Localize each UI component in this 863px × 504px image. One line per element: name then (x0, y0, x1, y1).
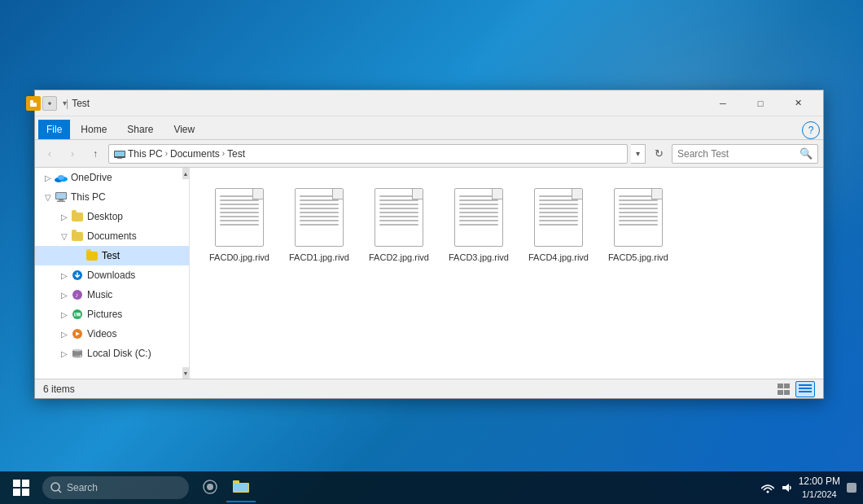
svg-rect-44 (847, 483, 856, 493)
sidebar-label-pictures: Pictures (87, 309, 122, 320)
maximize-button[interactable]: □ (742, 90, 779, 116)
list-view-button[interactable] (774, 381, 794, 397)
refresh-button[interactable]: ↻ (649, 144, 668, 164)
taskbar-search[interactable]: Search (42, 476, 189, 499)
ribbon-tab-bar: File Home Share View ? (35, 116, 823, 139)
sidebar-item-onedrive[interactable]: ▷ OneDrive (35, 168, 189, 187)
path-arrow-1: › (165, 149, 168, 158)
svg-rect-31 (13, 480, 20, 487)
up-button[interactable]: ↑ (85, 144, 105, 164)
sidebar-scroll-up[interactable]: ▲ (182, 168, 189, 179)
svg-rect-4 (117, 158, 122, 159)
tab-view[interactable]: View (164, 120, 204, 139)
expand-onedrive[interactable]: ▷ (42, 171, 55, 184)
svg-point-35 (51, 483, 59, 491)
quick-access-btn-2[interactable] (42, 96, 57, 111)
taskbar-item-explorer[interactable] (226, 473, 256, 502)
expand-thispc[interactable]: ▽ (42, 191, 55, 204)
search-input[interactable] (677, 148, 799, 160)
expand-pictures[interactable]: ▷ (58, 308, 71, 321)
sidebar-item-localdisk[interactable]: ▷ Local Disk (C:) (35, 344, 189, 363)
file-item-5[interactable]: FACD5.jpg.rivd (602, 181, 675, 267)
start-button[interactable] (7, 473, 36, 502)
thispc-icon (55, 191, 68, 204)
file-name-3: FACD3.jpg.rivd (446, 252, 511, 263)
search-box[interactable]: 🔍 (672, 144, 818, 164)
sidebar-item-pictures[interactable]: ▷ Pictures (35, 305, 189, 324)
window-title: Test (72, 98, 704, 109)
quick-access-icons: ▾ (26, 96, 70, 111)
expand-music[interactable]: ▷ (58, 288, 71, 301)
file-item-0[interactable]: FACD0.jpg.rivd (203, 181, 276, 267)
taskbar-search-text: Search (67, 482, 98, 493)
grid-view-button[interactable] (795, 381, 815, 397)
quick-access-btn-1[interactable] (26, 96, 41, 111)
sidebar-scroll-down[interactable]: ▼ (182, 367, 189, 379)
onedrive-icon (55, 171, 68, 184)
file-name-0: FACD0.jpg.rivd (207, 252, 272, 263)
forward-button[interactable]: › (63, 144, 82, 164)
expand-downloads[interactable]: ▷ (58, 269, 71, 282)
svg-rect-24 (778, 383, 783, 388)
file-item-1[interactable]: FACD1.jpg.rivd (283, 181, 356, 267)
sidebar-item-documents[interactable]: ▽ Documents (35, 226, 189, 246)
help-button[interactable]: ? (802, 121, 820, 139)
svg-rect-29 (799, 388, 812, 389)
file-icon-0 (210, 185, 269, 250)
notification-icon (847, 483, 856, 493)
tab-home[interactable]: Home (71, 120, 116, 139)
sidebar: ▲ ▷ OneDrive ▽ This PC ▷ (35, 168, 190, 379)
file-icon-2 (370, 185, 428, 250)
title-bar: ▾ | Test ─ □ ✕ (35, 90, 823, 116)
taskbar-item-cortana[interactable] (195, 473, 225, 502)
title-separator: | (66, 98, 68, 109)
expand-localdisk[interactable]: ▷ (58, 347, 71, 360)
expand-videos[interactable]: ▷ (58, 327, 71, 340)
address-path[interactable]: This PC › Documents › Test (108, 144, 628, 164)
file-area: FACD0.jpg.rivd FACD1.jpg.rivd (190, 168, 823, 379)
svg-rect-26 (778, 390, 783, 395)
svg-rect-32 (22, 480, 29, 487)
svg-rect-27 (784, 390, 790, 395)
ribbon: File Home Share View ? (35, 116, 823, 140)
svg-rect-1 (30, 100, 33, 103)
svg-point-42 (766, 490, 769, 493)
sidebar-item-downloads[interactable]: ▷ Downloads (35, 265, 189, 285)
tab-share[interactable]: Share (117, 120, 163, 139)
sidebar-item-music[interactable]: ▷ ♪ Music (35, 285, 189, 305)
volume-icon (781, 482, 792, 493)
close-button[interactable]: ✕ (779, 90, 817, 116)
localdisk-icon (71, 347, 84, 360)
file-item-3[interactable]: FACD3.jpg.rivd (442, 181, 515, 267)
svg-rect-10 (59, 199, 64, 201)
svg-rect-40 (233, 480, 239, 484)
view-buttons (774, 381, 815, 397)
svg-rect-11 (57, 201, 65, 203)
file-icon-4 (529, 185, 588, 250)
minimize-button[interactable]: ─ (704, 90, 742, 116)
sidebar-item-test[interactable]: Test (35, 246, 189, 265)
sidebar-label-desktop: Desktop (87, 211, 123, 222)
clock-date: 1/1/2024 (799, 489, 840, 500)
sidebar-label-thispc: This PC (71, 191, 106, 203)
sidebar-item-videos[interactable]: ▷ Videos (35, 324, 189, 344)
expand-desktop[interactable]: ▷ (58, 210, 71, 223)
path-arrow-2: › (222, 149, 225, 158)
back-button[interactable]: ‹ (40, 144, 59, 164)
address-dropdown-button[interactable]: ▾ (631, 144, 646, 164)
file-item-2[interactable]: FACD2.jpg.rivd (362, 181, 436, 267)
svg-point-23 (80, 355, 81, 357)
sidebar-item-thispc[interactable]: ▽ This PC (35, 187, 189, 207)
taskbar-right: 12:00 PM 1/1/2024 (761, 476, 856, 500)
svg-rect-34 (22, 489, 29, 496)
file-item-4[interactable]: FACD4.jpg.rivd (522, 181, 595, 267)
svg-rect-30 (799, 391, 812, 392)
expand-documents[interactable]: ▽ (58, 230, 71, 243)
tab-file[interactable]: File (38, 120, 70, 139)
file-icon-1 (290, 185, 348, 250)
address-bar: ‹ › ↑ This PC › Documents › Test ▾ ↻ 🔍 (35, 140, 823, 168)
sidebar-label-onedrive: OneDrive (71, 172, 112, 183)
time-display: 12:00 PM 1/1/2024 (799, 476, 840, 500)
sidebar-item-desktop[interactable]: ▷ Desktop (35, 207, 189, 226)
search-icon[interactable]: 🔍 (799, 147, 813, 160)
